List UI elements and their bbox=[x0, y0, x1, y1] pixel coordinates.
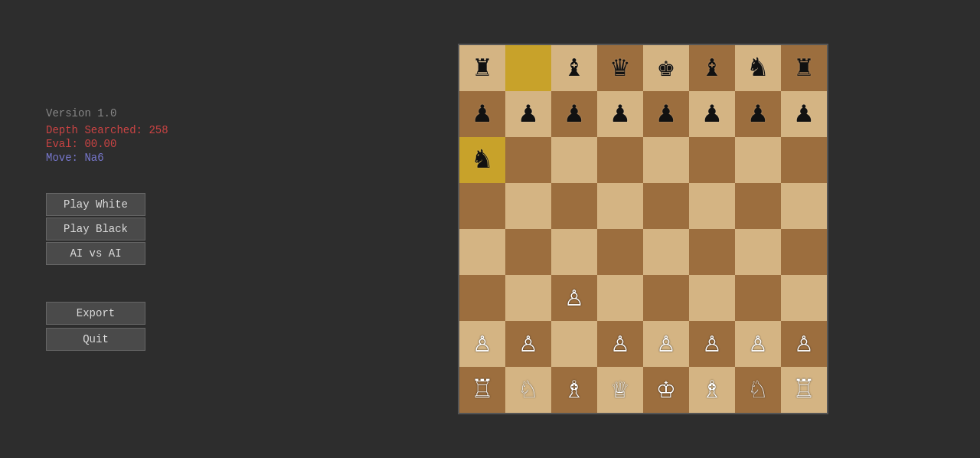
board-cell[interactable]: ♞ bbox=[459, 137, 505, 183]
white-piece: ♙ bbox=[658, 329, 675, 358]
board-cell[interactable]: ♜ bbox=[459, 45, 505, 91]
move-label: Move: Na6 bbox=[46, 152, 306, 164]
white-piece: ♘ bbox=[520, 375, 537, 404]
board-cell[interactable] bbox=[505, 45, 551, 91]
play-black-button[interactable]: Play Black bbox=[46, 218, 145, 240]
board-cell[interactable]: ♙ bbox=[505, 321, 551, 367]
board-cell[interactable]: ♖ bbox=[459, 367, 505, 413]
quit-button[interactable]: Quit bbox=[46, 328, 145, 351]
board-cell[interactable] bbox=[781, 275, 827, 321]
board-cell[interactable]: ♘ bbox=[505, 367, 551, 413]
board-cell[interactable]: ♝ bbox=[551, 45, 597, 91]
board-cell[interactable] bbox=[459, 183, 505, 229]
chess-board-container: ♜♝♛♚♝♞♜♟♟♟♟♟♟♟♟♞♙♙♙♙♙♙♙♙♖♘♗♕♔♗♘♖ bbox=[306, 44, 980, 414]
board-cell[interactable] bbox=[597, 137, 643, 183]
board-cell[interactable]: ♙ bbox=[735, 321, 781, 367]
board-cell[interactable]: ♟ bbox=[505, 91, 551, 137]
board-cell[interactable] bbox=[735, 137, 781, 183]
board-cell[interactable]: ♗ bbox=[689, 367, 735, 413]
black-piece: ♜ bbox=[474, 54, 492, 83]
board-cell[interactable] bbox=[597, 275, 643, 321]
board-cell[interactable] bbox=[781, 137, 827, 183]
board-cell[interactable]: ♟ bbox=[459, 91, 505, 137]
board-cell[interactable]: ♚ bbox=[643, 45, 689, 91]
board-cell[interactable] bbox=[781, 229, 827, 275]
board-cell[interactable] bbox=[689, 275, 735, 321]
black-piece: ♛ bbox=[612, 54, 629, 83]
board-cell[interactable]: ♔ bbox=[643, 367, 689, 413]
white-piece: ♙ bbox=[750, 329, 767, 358]
white-piece: ♖ bbox=[795, 375, 813, 404]
board-cell[interactable] bbox=[643, 183, 689, 229]
black-piece: ♟ bbox=[704, 100, 721, 129]
sidebar: Version 1.0 Depth Searched: 258 Eval: 00… bbox=[0, 0, 306, 458]
board-cell[interactable] bbox=[551, 137, 597, 183]
board-cell[interactable]: ♕ bbox=[597, 367, 643, 413]
board-cell[interactable]: ♙ bbox=[597, 321, 643, 367]
board-cell[interactable] bbox=[597, 183, 643, 229]
black-piece: ♝ bbox=[566, 54, 583, 83]
board-cell[interactable]: ♟ bbox=[689, 91, 735, 137]
board-cell[interactable] bbox=[459, 229, 505, 275]
board-cell[interactable]: ♝ bbox=[689, 45, 735, 91]
board-cell[interactable]: ♙ bbox=[551, 275, 597, 321]
board-cell[interactable]: ♙ bbox=[781, 321, 827, 367]
board-cell[interactable]: ♜ bbox=[781, 45, 827, 91]
board-cell[interactable] bbox=[689, 183, 735, 229]
black-piece: ♟ bbox=[750, 100, 767, 129]
utility-buttons: Export Quit bbox=[46, 302, 306, 351]
chess-board[interactable]: ♜♝♛♚♝♞♜♟♟♟♟♟♟♟♟♞♙♙♙♙♙♙♙♙♖♘♗♕♔♗♘♖ bbox=[458, 44, 828, 414]
black-piece: ♟ bbox=[474, 100, 492, 129]
board-cell[interactable] bbox=[643, 229, 689, 275]
white-piece: ♕ bbox=[612, 375, 629, 404]
black-piece: ♞ bbox=[474, 146, 492, 175]
board-cell[interactable] bbox=[735, 275, 781, 321]
board-cell[interactable] bbox=[551, 321, 597, 367]
board-cell[interactable] bbox=[551, 229, 597, 275]
black-piece: ♟ bbox=[795, 100, 813, 129]
board-cell[interactable]: ♟ bbox=[781, 91, 827, 137]
board-cell[interactable]: ♟ bbox=[643, 91, 689, 137]
white-piece: ♙ bbox=[704, 329, 721, 358]
board-cell[interactable]: ♙ bbox=[643, 321, 689, 367]
version-label: Version 1.0 bbox=[46, 107, 306, 119]
board-cell[interactable]: ♞ bbox=[735, 45, 781, 91]
black-piece: ♟ bbox=[566, 100, 583, 129]
board-cell[interactable] bbox=[551, 183, 597, 229]
board-cell[interactable]: ♗ bbox=[551, 367, 597, 413]
eval-label: Eval: 00.00 bbox=[46, 138, 306, 150]
board-cell[interactable]: ♛ bbox=[597, 45, 643, 91]
board-cell[interactable] bbox=[643, 275, 689, 321]
board-cell[interactable]: ♙ bbox=[459, 321, 505, 367]
board-cell[interactable]: ♟ bbox=[551, 91, 597, 137]
export-button[interactable]: Export bbox=[46, 302, 145, 325]
play-white-button[interactable]: Play White bbox=[46, 193, 145, 216]
white-piece: ♗ bbox=[704, 375, 721, 404]
board-cell[interactable]: ♙ bbox=[689, 321, 735, 367]
board-cell[interactable] bbox=[505, 275, 551, 321]
ai-vs-ai-button[interactable]: AI vs AI bbox=[46, 242, 145, 265]
white-piece: ♔ bbox=[658, 375, 675, 404]
board-cell[interactable] bbox=[597, 229, 643, 275]
board-cell[interactable] bbox=[505, 137, 551, 183]
board-cell[interactable] bbox=[735, 229, 781, 275]
board-cell[interactable] bbox=[459, 275, 505, 321]
board-cell[interactable] bbox=[689, 229, 735, 275]
black-piece: ♜ bbox=[795, 54, 813, 83]
board-cell[interactable] bbox=[505, 183, 551, 229]
board-cell[interactable] bbox=[689, 137, 735, 183]
board-cell[interactable]: ♟ bbox=[597, 91, 643, 137]
board-cell[interactable]: ♘ bbox=[735, 367, 781, 413]
white-piece: ♙ bbox=[612, 329, 629, 358]
board-cell[interactable]: ♖ bbox=[781, 367, 827, 413]
board-cell[interactable] bbox=[781, 183, 827, 229]
white-piece: ♙ bbox=[566, 283, 583, 312]
board-cell[interactable] bbox=[735, 183, 781, 229]
board-cell[interactable] bbox=[505, 229, 551, 275]
board-cell[interactable] bbox=[643, 137, 689, 183]
white-piece: ♙ bbox=[474, 329, 492, 358]
white-piece: ♙ bbox=[520, 329, 537, 358]
board-cell[interactable]: ♟ bbox=[735, 91, 781, 137]
white-piece: ♗ bbox=[566, 375, 583, 404]
black-piece: ♟ bbox=[520, 100, 537, 129]
